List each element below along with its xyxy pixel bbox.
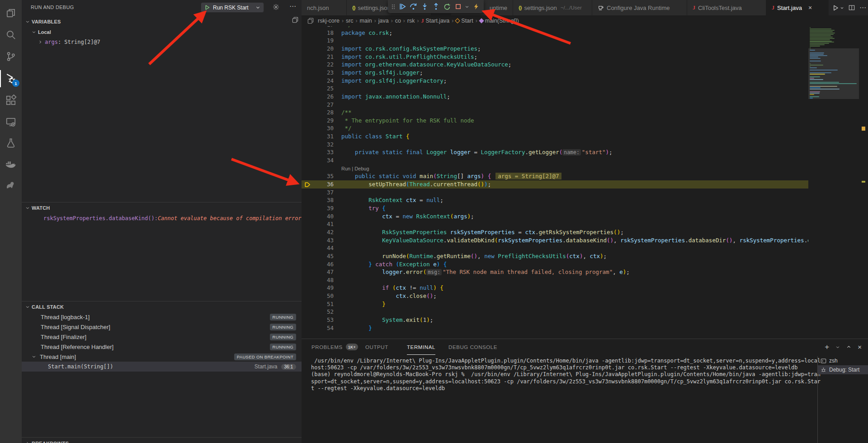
terminal-list-item-zsh[interactable]: zsh: [818, 356, 868, 365]
line-number[interactable]: 27: [302, 101, 334, 109]
code-line-29[interactable]: 29 * The entrypoint for the RSK full nod…: [302, 117, 808, 125]
step-over-button[interactable]: [409, 1, 419, 12]
code-line-50[interactable]: 50 ctx.close();: [302, 292, 808, 300]
line-number[interactable]: 47: [302, 268, 334, 276]
line-number[interactable]: 38: [302, 196, 334, 204]
breadcrumb-item-rskj-core[interactable]: rskj-core: [318, 18, 340, 24]
code-line-39[interactable]: 39 try {: [302, 204, 808, 212]
code-line-41[interactable]: 41: [302, 220, 808, 228]
line-number[interactable]: 53: [302, 316, 334, 324]
activity-item-source-control[interactable]: [0, 47, 22, 66]
code-line-30[interactable]: 30 */: [302, 124, 808, 132]
code-line-44[interactable]: 44: [302, 244, 808, 252]
continue-button[interactable]: [398, 1, 407, 12]
code-line-53[interactable]: 53 System.exit(1);: [302, 316, 808, 324]
code-line-22[interactable]: 22import org.ethereum.datasource.KeyValu…: [302, 61, 808, 69]
line-number[interactable]: 41: [302, 220, 334, 228]
code-line-19[interactable]: 19: [302, 37, 808, 45]
line-number[interactable]: 54: [302, 324, 334, 332]
code-line-48[interactable]: 48: [302, 276, 808, 284]
code-line-26[interactable]: 26import javax.annotation.Nonnull;: [302, 93, 808, 101]
call-stack-thread-4[interactable]: Thread [main]PAUSED ON BREAKPOINT: [22, 352, 302, 362]
variables-section-header[interactable]: VARIABLES: [22, 17, 302, 26]
line-number[interactable]: 25: [302, 85, 334, 93]
step-into-button[interactable]: [420, 1, 429, 12]
panel-tab-terminal[interactable]: TERMINAL: [407, 339, 435, 355]
minimap-slider[interactable]: [808, 48, 859, 99]
line-number[interactable]: 48: [302, 276, 334, 284]
line-number[interactable]: 20: [302, 45, 334, 53]
panel-tab-output[interactable]: OUTPUT: [365, 339, 388, 355]
breadcrumb-item-main-string-[interactable]: main(String[]): [480, 18, 519, 24]
code-line-32[interactable]: 32: [302, 141, 808, 149]
line-number[interactable]: 39: [302, 204, 334, 212]
line-number[interactable]: 22: [302, 61, 334, 69]
activity-item-run-and-debug[interactable]: 1: [0, 69, 22, 89]
start-debugging-dropdown[interactable]: Run RSK Start: [201, 2, 264, 13]
code-line-25[interactable]: 25: [302, 85, 808, 93]
line-number[interactable]: 52: [302, 308, 334, 316]
activity-item-gradle[interactable]: [0, 175, 22, 195]
close-panel-icon[interactable]: ×: [858, 343, 862, 351]
code-line-27[interactable]: 27: [302, 101, 808, 109]
stop-button[interactable]: [453, 1, 463, 12]
line-number[interactable]: 35: [302, 172, 334, 180]
panel-tab-problems[interactable]: PROBLEMS1K+: [311, 339, 358, 355]
more-actions-icon[interactable]: ⋯: [289, 2, 296, 10]
line-number[interactable]: 31: [302, 132, 334, 141]
codelens-run-debug[interactable]: Run | Debug: [341, 165, 369, 173]
call-stack-section-header[interactable]: CALL STACK: [22, 302, 302, 311]
line-number[interactable]: 21: [302, 53, 334, 61]
tab-settings.json[interactable]: {}settings.json~/.../User: [513, 0, 592, 15]
line-number[interactable]: 18: [302, 29, 334, 37]
breadcrumb-item-src[interactable]: src: [346, 18, 354, 24]
code-line-28[interactable]: 28/**: [302, 108, 808, 117]
activity-item-testing[interactable]: [0, 133, 22, 153]
line-number[interactable]: 46: [302, 260, 334, 269]
line-number[interactable]: 23: [302, 69, 334, 77]
code-line-38[interactable]: 38 RskContext ctx = null;: [302, 196, 808, 204]
breadcrumb-item-start-java[interactable]: JStart.java: [421, 18, 450, 24]
code-line-37[interactable]: 37: [302, 189, 808, 197]
tab-start.java[interactable]: JStart.java×: [766, 0, 829, 15]
activity-item-extensions[interactable]: [0, 90, 22, 110]
chevron-down-icon[interactable]: [835, 345, 840, 349]
line-number[interactable]: 29: [302, 117, 334, 125]
line-number[interactable]: 44: [302, 244, 334, 252]
code-line-36[interactable]: 36 setUpThread(Thread.currentThread());: [302, 180, 808, 189]
code-line-43[interactable]: 43 KeyValueDataSource.validateDbKind(rsk…: [302, 236, 808, 245]
close-icon[interactable]: ×: [808, 4, 812, 11]
tab-configure-java-runtime[interactable]: Configure Java Runtime: [592, 0, 687, 15]
code-line-34[interactable]: 34: [302, 156, 808, 165]
terminal-output[interactable]: /usr/bin/env /Library/Internet\ Plug-Ins…: [311, 358, 813, 392]
line-number[interactable]: 33: [302, 148, 334, 156]
code-line-45[interactable]: 45 runNode(Runtime.getRuntime(), new Pre…: [302, 252, 808, 260]
line-number[interactable]: 42: [302, 228, 334, 236]
code-line-47[interactable]: 47 logger.error(msg:"The RSK node main t…: [302, 268, 808, 276]
code-line-24[interactable]: 24import org.slf4j.LoggerFactory;: [302, 77, 808, 85]
call-stack-frame[interactable]: Start.main(String[])Start.java36:1: [22, 362, 302, 372]
line-number[interactable]: 51: [302, 300, 334, 308]
breadcrumb-item-start[interactable]: Start: [456, 18, 473, 24]
call-stack-thread-2[interactable]: Thread [Finalizer]RUNNING: [22, 332, 302, 342]
line-number[interactable]: 50: [302, 292, 334, 300]
split-editor-icon[interactable]: [849, 5, 855, 11]
code-line-46[interactable]: 46 } catch (Exception e) {: [302, 260, 808, 269]
minimap[interactable]: [808, 26, 859, 339]
terminal-list-item-debug-start[interactable]: Debug: Start: [818, 365, 868, 374]
drag-handle[interactable]: [391, 1, 396, 12]
run-java-button[interactable]: [832, 5, 844, 11]
editor-scrollbar[interactable]: [859, 0, 868, 339]
activity-item-remote-explorer[interactable]: [0, 112, 22, 132]
hot-code-replace-button[interactable]: [472, 1, 481, 12]
code-line-40[interactable]: 40 ctx = new RskContext(args);: [302, 212, 808, 221]
variables-scope-local[interactable]: Local: [22, 27, 302, 37]
code-line-49[interactable]: 49 if (ctx != null) {: [302, 284, 808, 292]
line-number[interactable]: 32: [302, 141, 334, 149]
panel-tab-debug-console[interactable]: DEBUG CONSOLE: [448, 339, 497, 355]
code-line-35[interactable]: 35 public static void main(String[] args…: [302, 172, 808, 180]
code-line-51[interactable]: 51 }: [302, 300, 808, 308]
code-line-18[interactable]: 18package co.rsk;: [302, 29, 808, 37]
new-terminal-icon[interactable]: +: [825, 343, 829, 352]
line-number[interactable]: 40: [302, 212, 334, 221]
